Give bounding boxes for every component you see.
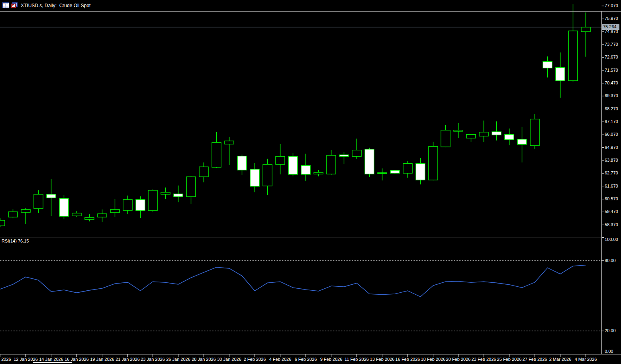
date-axis-label: 19 Jan 2026 xyxy=(90,357,114,362)
candle-body xyxy=(110,209,119,213)
candle-body xyxy=(98,214,107,217)
price-axis-label: 75.970 xyxy=(605,16,618,21)
candle-body xyxy=(454,130,463,131)
candle-body xyxy=(505,135,514,140)
candle-body xyxy=(225,141,234,144)
date-axis-label: 28 Jan 2026 xyxy=(192,357,216,362)
candle-body xyxy=(581,27,590,31)
candle-body xyxy=(212,143,221,167)
candle-body xyxy=(543,62,552,68)
candle-body xyxy=(288,157,298,174)
price-axis-label: 61.670 xyxy=(605,184,618,189)
horizontal-scrollbar-thumb[interactable] xyxy=(33,362,72,363)
date-axis-label: 23 Jan 2026 xyxy=(141,357,165,362)
candle-body xyxy=(416,164,425,180)
candle-body xyxy=(327,155,336,174)
date-axis-label: 27 Feb 2026 xyxy=(523,357,547,362)
candle-body xyxy=(403,164,412,173)
price-axis-label: 72.670 xyxy=(605,55,618,60)
chart-titlebar: XTIUSD.s, Daily: Crude Oil Spot xyxy=(0,0,621,11)
candle-body xyxy=(85,217,94,219)
price-axis-label: 63.870 xyxy=(605,158,618,163)
date-axis-label: 25 Feb 2026 xyxy=(497,357,522,362)
candle-body xyxy=(517,139,527,145)
candle-body xyxy=(237,156,247,170)
price-axis-label: 64.970 xyxy=(605,145,618,150)
price-axis-label: 58.370 xyxy=(605,222,618,227)
date-axis-label: 4 Feb 2026 xyxy=(269,357,292,362)
candle-body xyxy=(250,169,259,186)
quotes-table-icon[interactable] xyxy=(2,2,9,8)
date-axis-label: 11 Feb 2026 xyxy=(345,357,369,362)
chart-canvas[interactable] xyxy=(0,0,621,364)
rsi-line xyxy=(0,265,586,297)
price-axis-label: 67.170 xyxy=(605,119,618,124)
candle-body xyxy=(161,192,170,194)
date-axis-label: 4 Mar 2026 xyxy=(575,357,597,362)
candle-body xyxy=(8,212,18,217)
price-axis-label: 62.770 xyxy=(605,170,618,176)
date-axis-label: 14 Jan 2026 xyxy=(39,357,63,362)
date-axis-label: 6 Feb 2026 xyxy=(295,357,317,362)
rsi-axis-label: 20.00 xyxy=(605,328,616,333)
date-axis-label: 9 Feb 2026 xyxy=(320,357,343,362)
candle-body xyxy=(390,170,400,173)
candle-body xyxy=(479,132,488,136)
rsi-axis-label: 100.00 xyxy=(605,237,618,242)
chart-window: XTIUSD.s, Daily: Crude Oil Spot RSI(14) … xyxy=(0,0,621,364)
date-axis-label: 26 Jan 2026 xyxy=(166,357,190,362)
price-axis-label: 71.570 xyxy=(605,68,618,73)
chart-window-icon[interactable] xyxy=(11,2,18,8)
date-axis-label: 23 Feb 2026 xyxy=(472,357,496,362)
candle-body xyxy=(365,149,374,174)
date-axis-label: 16 Feb 2026 xyxy=(396,357,420,362)
candle-body xyxy=(21,209,30,212)
candle-body xyxy=(314,172,323,174)
rsi-indicator-label: RSI(14) 76.15 xyxy=(2,239,29,243)
date-axis-label: 30 Jan 2026 xyxy=(217,357,241,362)
candle-body xyxy=(34,194,43,209)
price-axis-label: 60.570 xyxy=(605,196,618,202)
price-axis-label: 66.070 xyxy=(605,132,618,137)
price-axis-label: 69.370 xyxy=(605,93,618,98)
candle-body xyxy=(556,68,565,81)
candle-body xyxy=(276,157,285,164)
candle-body xyxy=(568,31,578,81)
date-axis-label: 13 Feb 2026 xyxy=(370,357,395,362)
candle-body xyxy=(123,200,132,210)
candle-body xyxy=(0,220,5,226)
price-axis-label: 59.470 xyxy=(605,209,618,214)
date-axis-label: 8 Jan 2026 xyxy=(0,357,11,362)
price-axis-label: 77.070 xyxy=(605,3,618,8)
rsi-axis-label: 80.00 xyxy=(605,258,616,263)
candle-body xyxy=(174,194,183,197)
candle-body xyxy=(466,135,476,138)
price-axis-label: 68.270 xyxy=(605,106,618,112)
candle-body xyxy=(59,198,69,216)
candle-body xyxy=(136,200,145,211)
candle-body xyxy=(352,150,361,157)
date-axis-label: 21 Jan 2026 xyxy=(116,357,140,362)
candle-body xyxy=(186,177,196,197)
date-axis-label: 18 Feb 2026 xyxy=(421,357,446,362)
chart-title: XTIUSD.s, Daily: Crude Oil Spot xyxy=(21,3,90,8)
candle-body xyxy=(530,119,539,146)
candle-body xyxy=(199,167,208,177)
candle-body xyxy=(429,147,438,180)
candle-body xyxy=(492,132,501,135)
candle-body xyxy=(47,194,56,198)
date-axis-label: 2 Mar 2026 xyxy=(549,357,572,362)
date-axis-label: 12 Jan 2026 xyxy=(14,357,38,362)
candle-body xyxy=(378,173,387,174)
candle-body xyxy=(339,155,349,157)
date-axis-label: 20 Feb 2026 xyxy=(446,357,471,362)
price-axis-label: 74.870 xyxy=(605,29,618,34)
rsi-axis-label: 0.00 xyxy=(605,349,613,354)
price-axis-label: 73.770 xyxy=(605,42,618,47)
candle-body xyxy=(441,130,450,147)
candle-body xyxy=(148,190,157,211)
date-axis-label: 2 Feb 2026 xyxy=(244,357,266,362)
price-axis-label: 70.470 xyxy=(605,80,618,86)
candle-body xyxy=(263,164,272,186)
candle-body xyxy=(72,213,81,216)
